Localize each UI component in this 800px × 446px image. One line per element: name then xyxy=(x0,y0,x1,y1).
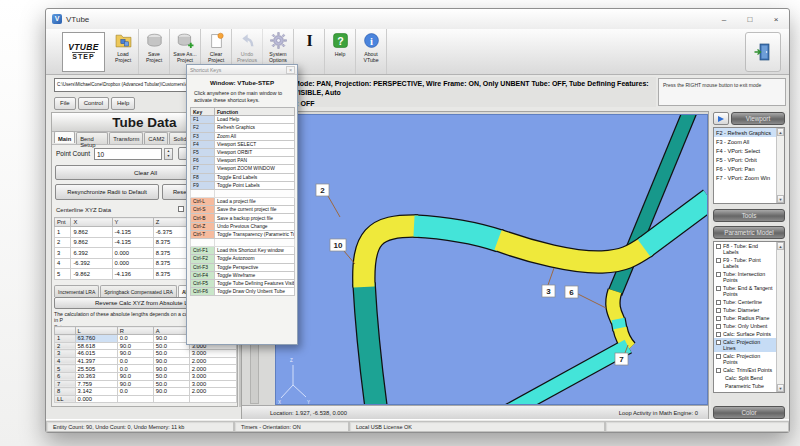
cell[interactable]: 3.000 xyxy=(189,372,236,380)
cell[interactable]: 58.618 xyxy=(75,342,117,350)
cell[interactable]: 90.0 xyxy=(153,365,189,373)
checkbox[interactable] xyxy=(716,316,721,321)
param-item-tube-centerline[interactable]: Tube: Centerline xyxy=(714,298,776,306)
sidebar-collapse-button[interactable] xyxy=(713,112,729,125)
row-header[interactable]: 3 xyxy=(55,350,76,358)
resynchronize-radii-button[interactable]: Resynchronize Radii to Default xyxy=(55,184,159,200)
cell[interactable]: 0.000 xyxy=(75,395,117,403)
menu-help[interactable]: Help xyxy=(111,97,135,110)
checkbox[interactable] xyxy=(716,354,721,359)
cell[interactable]: 0.0 xyxy=(117,388,153,396)
cell[interactable]: -9.862 xyxy=(71,269,112,280)
cell[interactable]: 90.0 xyxy=(153,335,189,343)
param-item-tube-end-tangent-points[interactable]: Tube: End & Tangent Points xyxy=(714,284,776,298)
checkbox[interactable] xyxy=(716,286,721,291)
viewport-command-item[interactable]: F6 - VPort: Pan xyxy=(714,164,776,173)
cell[interactable]: 0.0 xyxy=(117,335,153,343)
minimize-button[interactable]: – xyxy=(711,9,737,29)
point-count-stepper[interactable]: ▲▼ xyxy=(164,148,173,160)
maximize-button[interactable]: □ xyxy=(737,9,763,29)
checkbox[interactable] xyxy=(716,340,721,345)
cell[interactable]: 9.862 xyxy=(71,227,112,238)
cell[interactable]: 90.0 xyxy=(117,380,153,388)
scroll-up-icon[interactable]: ▲ xyxy=(777,242,784,250)
cell[interactable]: 9.862 xyxy=(71,237,112,248)
checkbox[interactable] xyxy=(716,368,721,373)
tools-section-header[interactable]: Tools xyxy=(713,209,785,222)
shortcut-close-icon[interactable]: × xyxy=(286,66,295,74)
row-header[interactable]: 6 xyxy=(55,372,76,380)
row-header[interactable]: 2 xyxy=(55,237,71,248)
tab-transform[interactable]: Transform xyxy=(109,132,143,144)
cell[interactable]: 7.759 xyxy=(75,380,117,388)
table-row[interactable]: 83.1420.090.02.000 xyxy=(55,388,237,396)
exit-mode-button[interactable] xyxy=(745,32,781,72)
row-header[interactable]: 5 xyxy=(55,269,71,280)
table-row[interactable]: 441.3970.090.02.000 xyxy=(55,357,237,365)
cell[interactable]: 90.0 xyxy=(117,372,153,380)
checkbox[interactable] xyxy=(716,308,721,313)
table-row[interactable]: 77.75990.050.03.000 xyxy=(55,380,237,388)
tab-cam2[interactable]: CAM2 xyxy=(144,132,168,144)
cell[interactable]: 3.000 xyxy=(189,350,236,358)
cell[interactable] xyxy=(117,395,153,403)
viewport-command-list[interactable]: F2 - Refresh GraphicsF3 - Zoom AllF4 - V… xyxy=(713,127,785,204)
param-item-f9-tube-point-labels[interactable]: F9 - Tube: Point Labels xyxy=(714,256,776,270)
cell[interactable]: 0.000 xyxy=(112,248,153,259)
lra-tab-incremental-lra[interactable]: Incremental LRA xyxy=(54,285,99,297)
viewport-command-item[interactable]: F5 - VPort: Orbit xyxy=(714,155,776,164)
tab-main[interactable]: Main xyxy=(54,131,75,143)
cell[interactable]: 50.0 xyxy=(153,342,189,350)
row-header[interactable]: 7 xyxy=(55,380,76,388)
param-item-builder-solidworks-master[interactable]: Builder: SolidWorks Master xyxy=(714,390,776,393)
scroll-down-icon[interactable]: ▼ xyxy=(777,384,784,392)
cell[interactable]: 0.000 xyxy=(112,258,153,269)
param-list-scrollbar[interactable]: ▲▼ xyxy=(776,242,784,392)
cell[interactable]: 2.000 xyxy=(189,365,236,373)
cell[interactable]: 50.0 xyxy=(153,372,189,380)
param-item-tube-radius-plane[interactable]: Tube: Radius Plane xyxy=(714,314,776,322)
cell[interactable]: -4.135 xyxy=(112,227,153,238)
table-row[interactable]: LL0.000 xyxy=(55,395,237,403)
menu-control[interactable]: Control xyxy=(78,97,109,110)
checkbox[interactable] xyxy=(716,332,721,337)
table-row[interactable]: 346.01590.050.03.000 xyxy=(55,350,237,358)
checkbox[interactable] xyxy=(716,272,721,277)
param-item-calc-split-bend[interactable]: Calc: Split Bend xyxy=(714,374,776,382)
cell[interactable]: -4.136 xyxy=(112,269,153,280)
about-vtube-button[interactable]: iAbout VTube xyxy=(356,29,387,74)
param-item-tube-only-unbent[interactable]: Tube: Only Unbent xyxy=(714,322,776,330)
cell[interactable]: 0.0 xyxy=(117,357,153,365)
save-project-button[interactable]: Save Project xyxy=(139,29,170,74)
parametric-model-list[interactable]: F8 - Tube: End LabelsF9 - Tube: Point La… xyxy=(713,241,785,393)
lra-tab-springback-compensated-lra[interactable]: Springback Compensated LRA xyxy=(100,285,177,297)
point-count-input[interactable]: 10 xyxy=(94,148,162,160)
scroll-down-icon[interactable]: ▼ xyxy=(777,195,784,203)
cell[interactable]: 50.0 xyxy=(153,380,189,388)
checkbox[interactable] xyxy=(716,324,721,329)
cell[interactable]: 0.0 xyxy=(117,365,153,373)
menu-file[interactable]: File xyxy=(54,97,76,110)
param-item-tube-intersection-points[interactable]: Tube: Intersection Points xyxy=(714,270,776,284)
checkbox[interactable] xyxy=(716,258,721,263)
3d-viewport[interactable]: ZXY210367 xyxy=(275,114,708,405)
checkbox[interactable] xyxy=(716,300,721,305)
row-header[interactable]: 8 xyxy=(55,388,76,396)
cell[interactable]: 90.0 xyxy=(153,357,189,365)
param-item-calc-projection-lines[interactable]: Calc: Projection Lines xyxy=(714,338,776,352)
param-item-calc-projection-points[interactable]: Calc: Projection Points xyxy=(714,352,776,366)
lock-grids-checkbox[interactable] xyxy=(178,206,184,212)
viewport-command-item[interactable]: F7 - VPort: Zoom Win xyxy=(714,173,776,182)
cell[interactable]: 90.0 xyxy=(117,350,153,358)
viewport-section-header[interactable]: Viewport xyxy=(731,112,785,125)
param-item-calc-trim-ext-points[interactable]: Calc: Trim/Ext Points xyxy=(714,366,776,374)
cell[interactable]: 6.392 xyxy=(71,248,112,259)
table-row[interactable]: 525.5050.090.02.000 xyxy=(55,365,237,373)
cell[interactable]: -4.135 xyxy=(112,237,153,248)
table-row[interactable]: 620.36390.050.03.000 xyxy=(55,372,237,380)
load-project-button[interactable]: Load Project xyxy=(108,29,139,74)
cell[interactable]: 25.505 xyxy=(75,365,117,373)
param-item-calc-surface-points[interactable]: Calc: Surface Points xyxy=(714,330,776,338)
cell[interactable]: 46.015 xyxy=(75,350,117,358)
row-header[interactable]: 4 xyxy=(55,357,76,365)
